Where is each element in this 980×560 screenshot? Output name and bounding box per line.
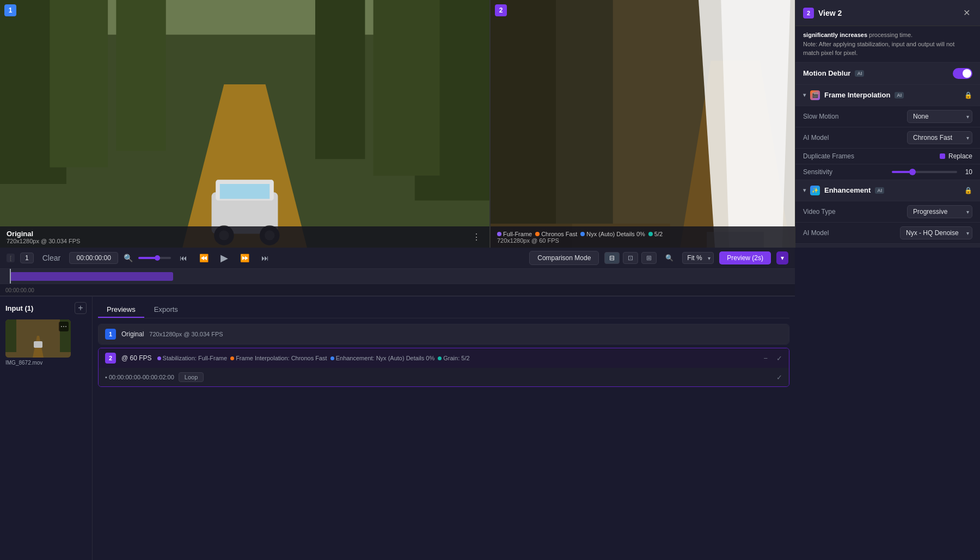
ai-model-enhance-select-wrapper[interactable]: Nyx - HQ Denoise	[900, 226, 972, 239]
panel-note2: Note: After applying stabilization, inpu…	[803, 41, 954, 57]
tag-fullframe: Full-Frame	[497, 231, 532, 237]
app-container: 1 Original 720x1280px @ 30.034 FPS ⋮	[0, 0, 980, 560]
left-lower: [ 1 Clear 🔍 ⏮ ⏪ ▶ ⏩ ⏭ Comparison Mode	[0, 248, 795, 560]
sensitivity-value: 10	[961, 168, 972, 176]
tag-stab: Stabilization: Full-Frame	[157, 355, 228, 361]
panel-view-number: 2	[803, 8, 814, 19]
input-header: Input (1) +	[5, 302, 87, 314]
motion-deblur-label: Motion Deblur	[803, 69, 850, 77]
frame-interp-lock: 🔒	[964, 91, 972, 99]
export-section: Preview & Export Settings ▾ Output Type …	[795, 244, 980, 248]
left-video-resolution: 720x1280px @ 30.034 FPS	[7, 238, 80, 244]
ai-model-interp-select-wrapper[interactable]: Chronos Fast	[907, 131, 972, 144]
ai-model-enhance-row: AI Model Nyx - HQ Denoise	[795, 223, 980, 244]
svg-rect-21	[556, 0, 613, 224]
preview-item-2-tags: Stabilization: Full-Frame Frame Interpol…	[157, 355, 758, 361]
right-video-tags: Full-Frame Chronos Fast Nyx (Auto) Detai…	[497, 231, 663, 237]
ai-model-enhance-label: AI Model	[803, 229, 829, 237]
sensitivity-slider[interactable]	[892, 171, 957, 173]
preview-list: 1 Original 720x1280px @ 30.034 FPS 2 @ 6…	[98, 324, 789, 390]
enhancement-section: ▾ ✨ Enhancement AI 🔒 Video Type Progress…	[795, 180, 980, 244]
panel-menu[interactable]: ✕	[961, 5, 972, 20]
skip-start-btn[interactable]: ⏮	[176, 253, 191, 263]
left-pane-menu[interactable]: ⋮	[470, 230, 483, 244]
step-back-btn[interactable]: ⏪	[196, 253, 212, 263]
clear-button[interactable]: Clear	[39, 253, 64, 263]
tag-interp: Frame Interpolation: Chronos Fast	[230, 355, 327, 361]
timeline-clip[interactable]	[10, 272, 173, 281]
left-video-frame	[0, 0, 489, 248]
preview-item-1: 1 Original 720x1280px @ 30.034 FPS	[98, 324, 789, 344]
ai-model-interp-label: AI Model	[803, 134, 829, 141]
frame-interp-header[interactable]: ▾ 🎬 Frame Interpolation AI 🔒	[795, 85, 980, 106]
video-type-label: Video Type	[803, 208, 836, 216]
panel-note-bold: significantly increases	[803, 32, 867, 38]
frame-ctrl-2[interactable]: ⊡	[623, 252, 638, 264]
tab-previews[interactable]: Previews	[98, 302, 144, 318]
fit-select-wrapper[interactable]: Fit %	[682, 252, 714, 264]
comparison-mode-btn[interactable]: Comparison Mode	[529, 251, 599, 265]
fit-select[interactable]: Fit %	[682, 252, 714, 264]
duplicate-frames-value: Replace	[948, 152, 972, 160]
svg-rect-5	[373, 0, 440, 176]
sensitivity-label: Sensitivity	[803, 168, 832, 176]
export-header[interactable]: Preview & Export Settings ▾	[795, 244, 980, 248]
replace-badge	[940, 153, 945, 159]
preview-item-2-check: ✓	[776, 354, 782, 362]
left-video-title: Original	[7, 230, 80, 238]
frame-interp-chevron: ▾	[803, 92, 806, 98]
clip-number[interactable]: 1	[20, 253, 34, 263]
tag-enhance-nyx: Enhancement: Nyx (Auto) Details 0%	[330, 355, 435, 361]
duplicate-frames-row: Duplicate Frames Replace	[795, 149, 980, 164]
enhancement-icon: ✨	[810, 186, 820, 195]
enhancement-lock: 🔒	[964, 187, 972, 194]
input-list: Input (1) +	[0, 297, 93, 560]
ai-model-interp-row: AI Model Chronos Fast	[795, 127, 980, 149]
skip-end-btn[interactable]: ⏭	[258, 253, 272, 263]
timeline-cursor	[10, 269, 11, 284]
add-input-btn[interactable]: +	[75, 302, 87, 314]
tab-exports[interactable]: Exports	[145, 302, 187, 318]
input-title: Input (1)	[5, 304, 33, 312]
right-panel: 2 View 2 ✕ significantly increases proce…	[795, 0, 980, 248]
slow-motion-select-wrapper[interactable]: None	[907, 110, 972, 123]
frame-ctrl-3[interactable]: ⊞	[641, 252, 657, 264]
frame-interp-section: ▾ 🎬 Frame Interpolation AI 🔒 Slow Motion…	[795, 85, 980, 180]
loop-btn[interactable]: Loop	[179, 372, 204, 382]
preview-item-2-num: 2	[105, 353, 116, 364]
play-btn[interactable]: ▶	[217, 251, 231, 265]
tag-grain: 5/2	[648, 231, 663, 237]
timecode-input[interactable]	[69, 252, 118, 264]
enhancement-chevron: ▾	[803, 187, 806, 193]
previews-panel: Previews Exports 1 Original 720x1280px @…	[93, 297, 795, 560]
video-type-select-wrapper[interactable]: Progressive	[907, 205, 972, 218]
preview-button[interactable]: Preview (2s)	[719, 251, 771, 264]
slow-motion-select[interactable]: None	[907, 110, 972, 123]
preview-dropdown-btn[interactable]: ▾	[776, 251, 788, 264]
ai-model-enhance-select[interactable]: Nyx - HQ Denoise	[900, 226, 972, 239]
svg-rect-31	[5, 319, 16, 352]
right-video-resolution: 720x1280px @ 60 FPS	[497, 237, 663, 244]
motion-deblur-toggle[interactable]	[953, 68, 972, 79]
frame-ctrl-1[interactable]: ⊟	[604, 252, 620, 264]
preview-item-2-collapse[interactable]: −	[763, 354, 768, 362]
thumb-menu[interactable]: ⋯	[59, 322, 69, 331]
motion-deblur-section[interactable]: Motion Deblur AI	[795, 63, 980, 85]
enhancement-label: Enhancement	[824, 186, 871, 194]
svg-marker-25	[719, 0, 793, 248]
panel-view-label: View 2	[818, 9, 842, 17]
motion-deblur-ai-badge: AI	[855, 70, 864, 77]
right-pane-number: 2	[495, 4, 507, 16]
video-type-select[interactable]: Progressive	[907, 205, 972, 218]
timeline-time-display: 00:00:00.00	[5, 287, 34, 293]
input-thumbnail[interactable]: ⋯ IMG_8672.mov	[5, 319, 71, 366]
timeline-bracket[interactable]: [	[7, 254, 15, 262]
ai-model-interp-select[interactable]: Chronos Fast	[907, 131, 972, 144]
input-panel: Input (1) +	[0, 296, 795, 560]
preview-item-1-num: 1	[105, 329, 116, 340]
timeline-time-row: 00:00:00.00	[0, 284, 795, 296]
zoom-slider[interactable]	[138, 257, 171, 259]
enhancement-header[interactable]: ▾ ✨ Enhancement AI 🔒	[795, 180, 980, 201]
step-forward-btn[interactable]: ⏩	[237, 253, 253, 263]
frame-interp-icon: 🎬	[810, 90, 820, 100]
